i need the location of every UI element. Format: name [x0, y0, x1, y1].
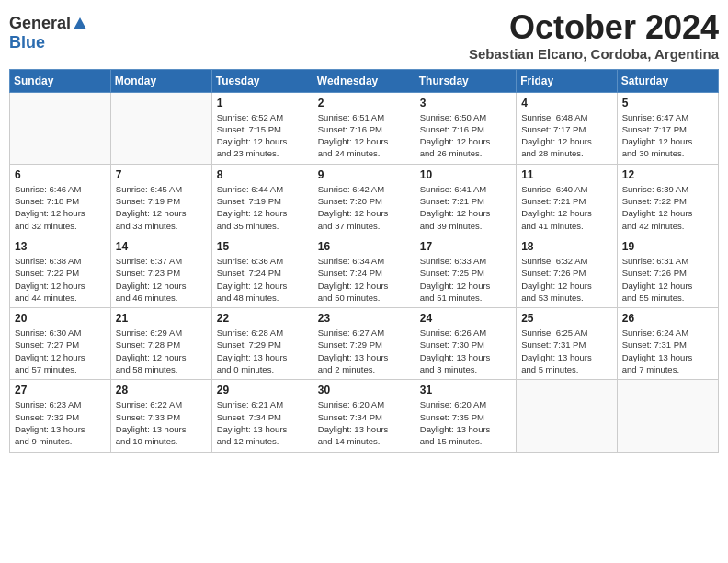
week-row-2: 6Sunrise: 6:46 AM Sunset: 7:18 PM Daylig…	[10, 164, 719, 236]
day-number: 22	[217, 312, 308, 325]
day-info: Sunrise: 6:25 AM Sunset: 7:31 PM Dayligh…	[521, 327, 612, 375]
day-number: 12	[622, 168, 713, 181]
day-info: Sunrise: 6:28 AM Sunset: 7:29 PM Dayligh…	[217, 327, 308, 375]
cell-week2-day0: 6Sunrise: 6:46 AM Sunset: 7:18 PM Daylig…	[10, 164, 111, 236]
header-tuesday: Tuesday	[211, 69, 313, 92]
cell-week4-day2: 22Sunrise: 6:28 AM Sunset: 7:29 PM Dayli…	[211, 308, 313, 380]
day-info: Sunrise: 6:20 AM Sunset: 7:34 PM Dayligh…	[318, 398, 410, 447]
day-info: Sunrise: 6:52 AM Sunset: 7:15 PM Dayligh…	[217, 111, 308, 160]
day-info: Sunrise: 6:42 AM Sunset: 7:20 PM Dayligh…	[318, 183, 410, 232]
cell-week5-day0: 27Sunrise: 6:23 AM Sunset: 7:32 PM Dayli…	[10, 380, 111, 452]
day-number: 24	[420, 312, 511, 325]
logo-blue-text: Blue	[9, 33, 45, 52]
cell-week3-day5: 18Sunrise: 6:32 AM Sunset: 7:26 PM Dayli…	[517, 236, 618, 307]
day-number: 6	[15, 168, 106, 181]
day-number: 19	[622, 240, 713, 253]
cell-week3-day0: 13Sunrise: 6:38 AM Sunset: 7:22 PM Dayli…	[10, 236, 111, 307]
day-number: 28	[116, 384, 207, 396]
day-info: Sunrise: 6:23 AM Sunset: 7:32 PM Dayligh…	[15, 398, 106, 447]
day-number: 18	[521, 240, 612, 253]
calendar-body: 1Sunrise: 6:52 AM Sunset: 7:15 PM Daylig…	[10, 92, 719, 452]
cell-week2-day6: 12Sunrise: 6:39 AM Sunset: 7:22 PM Dayli…	[617, 164, 718, 236]
day-number: 17	[420, 240, 511, 253]
day-info: Sunrise: 6:37 AM Sunset: 7:23 PM Dayligh…	[116, 255, 207, 304]
week-row-5: 27Sunrise: 6:23 AM Sunset: 7:32 PM Dayli…	[10, 380, 719, 452]
cell-week2-day2: 8Sunrise: 6:44 AM Sunset: 7:19 PM Daylig…	[211, 164, 313, 236]
cell-week1-day5: 4Sunrise: 6:48 AM Sunset: 7:17 PM Daylig…	[517, 92, 618, 164]
day-info: Sunrise: 6:38 AM Sunset: 7:22 PM Dayligh…	[15, 255, 106, 304]
day-info: Sunrise: 6:24 AM Sunset: 7:31 PM Dayligh…	[622, 327, 713, 375]
calendar-table: Sunday Monday Tuesday Wednesday Thursday…	[9, 69, 719, 453]
day-number: 11	[521, 168, 612, 181]
day-info: Sunrise: 6:48 AM Sunset: 7:17 PM Dayligh…	[521, 111, 612, 160]
header-wednesday: Wednesday	[313, 69, 415, 92]
cell-week5-day1: 28Sunrise: 6:22 AM Sunset: 7:33 PM Dayli…	[110, 380, 211, 452]
svg-marker-0	[74, 17, 86, 29]
cell-week1-day0	[10, 92, 111, 164]
day-number: 8	[217, 168, 308, 181]
day-number: 30	[318, 384, 410, 396]
header-monday: Monday	[110, 69, 211, 92]
cell-week1-day6: 5Sunrise: 6:47 AM Sunset: 7:17 PM Daylig…	[617, 92, 718, 164]
header-saturday: Saturday	[617, 69, 718, 92]
day-info: Sunrise: 6:50 AM Sunset: 7:16 PM Dayligh…	[420, 111, 511, 160]
day-info: Sunrise: 6:51 AM Sunset: 7:16 PM Dayligh…	[318, 111, 410, 160]
day-info: Sunrise: 6:22 AM Sunset: 7:33 PM Dayligh…	[116, 398, 207, 447]
month-title: October 2024	[469, 9, 719, 46]
week-row-4: 20Sunrise: 6:30 AM Sunset: 7:27 PM Dayli…	[10, 308, 719, 380]
day-info: Sunrise: 6:41 AM Sunset: 7:21 PM Dayligh…	[420, 183, 511, 232]
day-number: 7	[116, 168, 207, 181]
day-number: 9	[318, 168, 410, 181]
cell-week2-day1: 7Sunrise: 6:45 AM Sunset: 7:19 PM Daylig…	[110, 164, 211, 236]
logo: General Blue	[9, 9, 87, 52]
day-info: Sunrise: 6:20 AM Sunset: 7:35 PM Dayligh…	[420, 398, 511, 447]
header-thursday: Thursday	[415, 69, 516, 92]
cell-week1-day2: 1Sunrise: 6:52 AM Sunset: 7:15 PM Daylig…	[211, 92, 313, 164]
day-number: 14	[116, 240, 207, 253]
cell-week5-day2: 29Sunrise: 6:21 AM Sunset: 7:34 PM Dayli…	[211, 380, 313, 452]
title-area: October 2024 Sebastian Elcano, Cordoba, …	[469, 9, 719, 62]
cell-week1-day3: 2Sunrise: 6:51 AM Sunset: 7:16 PM Daylig…	[313, 92, 415, 164]
day-number: 27	[15, 384, 106, 396]
day-number: 15	[217, 240, 308, 253]
cell-week5-day6	[617, 380, 718, 452]
logo-icon	[73, 17, 87, 31]
day-number: 4	[521, 97, 612, 109]
day-info: Sunrise: 6:26 AM Sunset: 7:30 PM Dayligh…	[420, 327, 511, 375]
cell-week4-day1: 21Sunrise: 6:29 AM Sunset: 7:28 PM Dayli…	[110, 308, 211, 380]
logo-general-text: General	[9, 14, 71, 33]
day-info: Sunrise: 6:27 AM Sunset: 7:29 PM Dayligh…	[318, 327, 410, 375]
cell-week4-day6: 26Sunrise: 6:24 AM Sunset: 7:31 PM Dayli…	[617, 308, 718, 380]
day-number: 13	[15, 240, 106, 253]
day-number: 2	[318, 97, 410, 109]
day-info: Sunrise: 6:32 AM Sunset: 7:26 PM Dayligh…	[521, 255, 612, 304]
day-number: 25	[521, 312, 612, 325]
cell-week4-day0: 20Sunrise: 6:30 AM Sunset: 7:27 PM Dayli…	[10, 308, 111, 380]
day-number: 16	[318, 240, 410, 253]
day-number: 20	[15, 312, 106, 325]
header-sunday: Sunday	[10, 69, 111, 92]
day-info: Sunrise: 6:45 AM Sunset: 7:19 PM Dayligh…	[116, 183, 207, 232]
week-row-3: 13Sunrise: 6:38 AM Sunset: 7:22 PM Dayli…	[10, 236, 719, 307]
day-info: Sunrise: 6:21 AM Sunset: 7:34 PM Dayligh…	[217, 398, 308, 447]
day-info: Sunrise: 6:36 AM Sunset: 7:24 PM Dayligh…	[217, 255, 308, 304]
cell-week5-day3: 30Sunrise: 6:20 AM Sunset: 7:34 PM Dayli…	[313, 380, 415, 452]
day-info: Sunrise: 6:46 AM Sunset: 7:18 PM Dayligh…	[15, 183, 106, 232]
header-row: Sunday Monday Tuesday Wednesday Thursday…	[10, 69, 719, 92]
cell-week5-day4: 31Sunrise: 6:20 AM Sunset: 7:35 PM Dayli…	[415, 380, 516, 452]
day-info: Sunrise: 6:44 AM Sunset: 7:19 PM Dayligh…	[217, 183, 308, 232]
day-number: 5	[622, 97, 713, 109]
page-header: General Blue October 2024 Sebastian Elca…	[9, 9, 719, 62]
day-info: Sunrise: 6:29 AM Sunset: 7:28 PM Dayligh…	[116, 327, 207, 375]
cell-week3-day1: 14Sunrise: 6:37 AM Sunset: 7:23 PM Dayli…	[110, 236, 211, 307]
day-number: 31	[420, 384, 511, 396]
cell-week2-day4: 10Sunrise: 6:41 AM Sunset: 7:21 PM Dayli…	[415, 164, 516, 236]
day-number: 29	[217, 384, 308, 396]
day-info: Sunrise: 6:39 AM Sunset: 7:22 PM Dayligh…	[622, 183, 713, 232]
day-number: 21	[116, 312, 207, 325]
day-info: Sunrise: 6:40 AM Sunset: 7:21 PM Dayligh…	[521, 183, 612, 232]
week-row-1: 1Sunrise: 6:52 AM Sunset: 7:15 PM Daylig…	[10, 92, 719, 164]
cell-week3-day2: 15Sunrise: 6:36 AM Sunset: 7:24 PM Dayli…	[211, 236, 313, 307]
cell-week1-day4: 3Sunrise: 6:50 AM Sunset: 7:16 PM Daylig…	[415, 92, 516, 164]
day-number: 26	[622, 312, 713, 325]
